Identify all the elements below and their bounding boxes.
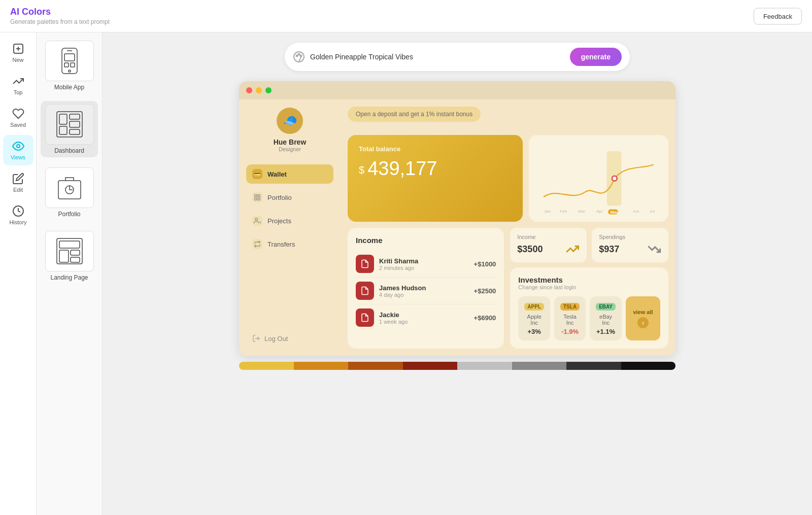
feedback-button[interactable]: Feedback: [754, 8, 802, 24]
palette-icon: [293, 51, 305, 63]
template-landing-page[interactable]: Landing Page: [41, 228, 98, 284]
inv-stock-ebay: EBAY eBay Inc +1.1%: [590, 296, 622, 340]
dash-user: 🧢 Hue Brew Designer: [246, 108, 333, 152]
dash-nav: 💳 Wallet Portfolio: [246, 164, 333, 329]
balance-dollar: $: [359, 164, 364, 176]
inv-stock-pct-appl: +3%: [524, 328, 544, 335]
template-mobile-app[interactable]: Mobile App: [41, 38, 98, 94]
dash-logout[interactable]: Log Out: [246, 329, 333, 348]
spendings-trend-icon: [647, 242, 661, 256]
inv-stock-tag-appl: APPL: [524, 303, 544, 311]
inv-stock-tag-tsla: TSLA: [560, 303, 580, 311]
chart-card: Jan Feb Mar Apr May Jun Jul: [529, 135, 668, 222]
balance-label: Total balance: [359, 145, 512, 153]
preview-titlebar: [239, 81, 675, 99]
inv-view-all-button[interactable]: view all ›: [626, 296, 660, 340]
svg-rect-10: [71, 63, 75, 67]
balance-amount: $ 439,177: [359, 158, 512, 180]
inv-stock-tsla: TSLA Tesla Inc -1.9%: [554, 296, 586, 340]
palette-swatch-7: [621, 362, 676, 370]
stat-spendings-card: Spendings $937: [592, 228, 668, 262]
template-name-mobile-app: Mobile App: [54, 84, 84, 91]
pencil-icon: [12, 173, 24, 185]
prompt-bar: generate: [285, 43, 630, 71]
titlebar-dot-green: [265, 87, 272, 93]
sidebar-item-edit[interactable]: Edit: [3, 167, 33, 198]
sidebar-item-views[interactable]: Views: [3, 135, 33, 165]
income-info-1: James Hudson 4 day ago: [379, 284, 469, 298]
dash-main: Open a deposit and get a 1% instant bonu…: [341, 99, 675, 356]
income-amount-2: +$6900: [474, 314, 496, 322]
income-amount-0: +$1000: [474, 260, 496, 268]
svg-rect-31: [258, 195, 260, 197]
dash-banner: Open a deposit and get a 1% instant bonu…: [348, 107, 481, 122]
palette-swatch-3: [403, 362, 458, 370]
svg-point-34: [255, 218, 258, 221]
sidebar-item-top[interactable]: Top: [3, 70, 33, 100]
dash-top-row: Total balance $ 439,177: [348, 135, 668, 222]
dash-role: Designer: [279, 146, 301, 152]
svg-rect-24: [71, 250, 80, 255]
trending-up-icon: [12, 75, 24, 87]
svg-point-38: [613, 177, 616, 180]
svg-point-29: [300, 55, 302, 57]
stat-income-value: $3500: [517, 244, 543, 255]
svg-rect-22: [59, 241, 80, 248]
income-item-1: James Hudson 4 day ago +$2500: [356, 278, 496, 304]
sidebar-item-new[interactable]: New: [3, 38, 33, 68]
inv-stock-name-ebay: eBay Inc: [596, 314, 616, 326]
sidebar-item-label-edit: Edit: [13, 187, 23, 193]
dash-nav-portfolio[interactable]: Portfolio: [246, 188, 333, 207]
dash-nav-transfers[interactable]: Transfers: [246, 234, 333, 254]
heart-icon: [12, 108, 24, 120]
inv-stock-name-appl: Apple Inc: [524, 314, 544, 326]
stats-row: Income $3500: [510, 228, 668, 262]
income-item-2: Jackie 1 week ago +$6900: [356, 304, 496, 331]
template-name-landing-page: Landing Page: [50, 274, 88, 281]
dashboard-preview: 🧢 Hue Brew Designer 💳 Wallet: [239, 81, 675, 356]
logout-label: Log Out: [264, 335, 288, 342]
portfolio-nav-icon: [252, 192, 262, 202]
income-info-2: Jackie 1 week ago: [379, 311, 469, 325]
dash-nav-wallet[interactable]: 💳 Wallet: [246, 164, 333, 184]
dash-nav-projects-label: Projects: [267, 217, 291, 225]
svg-rect-8: [64, 54, 75, 61]
prompt-input[interactable]: [310, 53, 570, 61]
svg-text:May: May: [611, 210, 619, 215]
app-title: AI Colors: [10, 7, 110, 17]
template-portfolio[interactable]: Portfolio: [41, 164, 98, 221]
clock-icon: [12, 205, 24, 217]
income-title: Income: [356, 236, 496, 245]
income-avatar-1: [356, 282, 374, 300]
income-name-0: Kriti Sharma: [379, 257, 469, 265]
income-avatar-2: [356, 308, 374, 327]
dash-nav-transfers-label: Transfers: [267, 241, 295, 248]
svg-rect-30: [255, 195, 257, 197]
svg-text:Mar: Mar: [578, 209, 585, 214]
stat-income-card: Income $3500: [510, 228, 587, 262]
inv-stock-name-tsla: Tesla Inc: [560, 314, 580, 326]
svg-point-3: [17, 145, 20, 148]
stat-spendings-label: Spendings: [599, 234, 661, 240]
inv-stock-pct-ebay: +1.1%: [596, 328, 616, 335]
svg-text:Feb: Feb: [560, 209, 567, 214]
income-trend-icon: [565, 242, 580, 256]
sidebar-item-history[interactable]: History: [3, 200, 33, 230]
sidebar-item-saved[interactable]: Saved: [3, 102, 33, 133]
generate-button[interactable]: generate: [570, 48, 622, 66]
inv-stock-pct-tsla: -1.9%: [560, 328, 580, 335]
transfers-icon: [252, 239, 262, 249]
inv-arrow-icon: ›: [637, 317, 649, 328]
inv-subtitle: Change since last login: [518, 284, 660, 290]
svg-rect-25: [71, 257, 80, 262]
template-dashboard[interactable]: Dashboard: [41, 101, 98, 157]
svg-rect-33: [255, 198, 257, 200]
income-item-0: Kriti Sharma 2 minutes ago +$1000: [356, 251, 496, 278]
dash-nav-projects[interactable]: Projects: [246, 211, 333, 230]
sidebar-item-label-history: History: [9, 219, 26, 225]
sidebar-item-label-new: New: [12, 57, 23, 63]
dash-nav-portfolio-label: Portfolio: [267, 194, 292, 201]
svg-rect-23: [59, 250, 69, 262]
template-name-dashboard: Dashboard: [54, 147, 84, 154]
inv-stock-appl: APPL Apple Inc +3%: [518, 296, 550, 340]
